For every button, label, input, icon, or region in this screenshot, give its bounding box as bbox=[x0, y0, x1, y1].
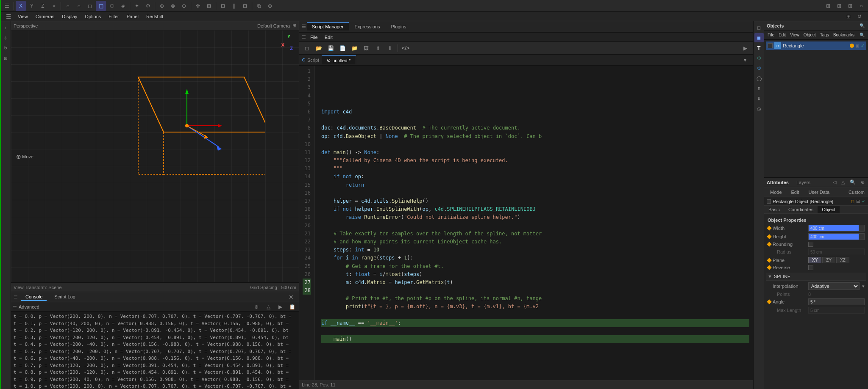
script-open[interactable]: 📂 bbox=[314, 43, 324, 53]
tool-right-2[interactable]: ⊞ bbox=[834, 1, 844, 11]
rsb-fx[interactable]: ⚙ bbox=[754, 63, 764, 73]
rsb-cam[interactable]: ⬇ bbox=[754, 94, 764, 103]
code-editor[interactable]: 12345 678910 1112131415 1617181920 21222… bbox=[299, 66, 753, 380]
script-import[interactable]: ⬇ bbox=[385, 43, 395, 53]
tool-6[interactable]: ◈ bbox=[118, 1, 128, 11]
rsb-scene[interactable]: ◯ bbox=[754, 74, 764, 83]
script-exec[interactable]: ▶ bbox=[740, 43, 750, 53]
transform-icon[interactable]: ⌖ bbox=[49, 1, 59, 11]
tool-snap-3[interactable]: ⊙ bbox=[179, 1, 189, 11]
hamburger-menu[interactable]: ☰ bbox=[3, 11, 14, 22]
tool-right-3[interactable]: ⊞ bbox=[845, 1, 855, 11]
tool-7[interactable]: ✦ bbox=[132, 1, 142, 11]
axis-x-btn[interactable]: X bbox=[16, 1, 26, 11]
sm-tab-expressions[interactable]: Expressions bbox=[350, 23, 385, 30]
attrs-custom-btn[interactable]: Custom bbox=[847, 189, 866, 195]
rsb-text[interactable]: T bbox=[754, 43, 764, 52]
menu-display[interactable]: Display bbox=[58, 13, 81, 20]
tool-1[interactable]: ○ bbox=[63, 1, 73, 11]
script-img[interactable]: 🖼 bbox=[361, 43, 371, 53]
script-saveas[interactable]: 📁 bbox=[349, 43, 359, 53]
refresh-icon[interactable]: ↺ bbox=[854, 11, 865, 22]
tool-render-1[interactable]: ⊡ bbox=[218, 1, 228, 11]
sm-tab-plugins[interactable]: Plugins bbox=[386, 23, 412, 30]
obj-checkbox[interactable] bbox=[768, 43, 773, 48]
menu-view[interactable]: View bbox=[14, 13, 31, 20]
tool-right-4[interactable]: ○ bbox=[856, 1, 866, 11]
attrs-tab-object[interactable]: Object bbox=[818, 206, 840, 213]
plane-zy[interactable]: ZY bbox=[822, 257, 835, 263]
rsb-time[interactable]: ◷ bbox=[754, 104, 764, 113]
prop-rounding-checkbox[interactable] bbox=[808, 242, 813, 247]
obj-menu-bookmarks[interactable]: Bookmarks bbox=[832, 32, 856, 38]
script-export[interactable]: ⬆ bbox=[373, 43, 383, 53]
app-menu-btn[interactable]: ☰ bbox=[2, 1, 12, 11]
tool-anim-1[interactable]: ✜ bbox=[193, 1, 203, 11]
tool-4[interactable]: ◫ bbox=[96, 1, 106, 11]
script-save-copy[interactable]: 📄 bbox=[337, 43, 348, 53]
lsb-move[interactable]: ↕ bbox=[1, 23, 10, 32]
script-save[interactable]: 💾 bbox=[326, 43, 336, 53]
obj-menu-edit[interactable]: Edit bbox=[777, 32, 787, 38]
menu-filter[interactable]: Filter bbox=[105, 13, 122, 20]
axis-y-btn[interactable]: Y bbox=[27, 1, 37, 11]
rsb-layer[interactable]: ⬆ bbox=[754, 84, 764, 93]
menu-cameras[interactable]: Cameras bbox=[32, 13, 58, 20]
script-file-tab-untitled[interactable]: ⊙ untitled * bbox=[322, 55, 356, 64]
obj-icon-search[interactable]: 🔍 bbox=[859, 22, 865, 29]
console-close-btn[interactable]: ✕ bbox=[286, 292, 296, 302]
script-edit-menu[interactable]: Edit bbox=[322, 34, 335, 40]
attrs-sub-edit[interactable]: Edit bbox=[787, 189, 804, 196]
attrs-search-btn[interactable]: 🔍 bbox=[849, 179, 857, 185]
tool-3[interactable]: ◻ bbox=[85, 1, 95, 11]
console-copy-btn[interactable]: 📋 bbox=[287, 302, 297, 312]
attrs-sub-userdata[interactable]: User Data bbox=[804, 189, 834, 196]
script-file-menu[interactable]: File bbox=[308, 34, 320, 40]
tool-snap-2[interactable]: ⊗ bbox=[168, 1, 178, 11]
code-content[interactable]: import c4d doc: c4d.documents.BaseDocume… bbox=[314, 66, 753, 380]
attrs-back-btn[interactable]: ◁ bbox=[832, 179, 837, 185]
console-run-btn[interactable]: ▶ bbox=[275, 302, 285, 312]
menu-redshift[interactable]: Redshift bbox=[143, 13, 167, 20]
tool-anim-2[interactable]: ⊞ bbox=[204, 1, 214, 11]
menu-panel[interactable]: Panel bbox=[123, 13, 142, 20]
tool-snap-1[interactable]: ⊕ bbox=[157, 1, 167, 11]
attrs-sub-mode[interactable]: Mode bbox=[766, 189, 786, 196]
rsb-render[interactable]: ◼ bbox=[754, 33, 764, 42]
console-clear-btn[interactable]: ⊗ bbox=[251, 302, 262, 312]
obj-menu-file[interactable]: File bbox=[766, 32, 776, 38]
object-row-rectangle[interactable]: R Rectangle ⊞ ✓ bbox=[766, 41, 866, 50]
tool-misc-2[interactable]: ⊕ bbox=[265, 1, 275, 11]
tool-8[interactable]: ⚙ bbox=[143, 1, 153, 11]
console-content[interactable]: t = 0.0, p = Vector(200, 200, 0), n = Ve… bbox=[11, 312, 299, 389]
script-run[interactable]: </> bbox=[401, 43, 411, 53]
tool-right-1[interactable]: ⊞ bbox=[823, 1, 833, 11]
lsb-rotate[interactable]: ↻ bbox=[1, 43, 10, 52]
sm-tab-script[interactable]: Script Manager bbox=[307, 22, 349, 30]
axis-z-btn[interactable]: Z bbox=[38, 1, 48, 11]
console-tab-scriptlog[interactable]: Script Log bbox=[50, 293, 80, 301]
script-new[interactable]: ◻ bbox=[302, 43, 312, 53]
script-tab-options[interactable]: ▾ bbox=[740, 55, 750, 65]
rsb-anim[interactable]: ⚙ bbox=[754, 53, 764, 63]
attrs-tab-basic[interactable]: Basic bbox=[764, 206, 784, 213]
lsb-select[interactable]: ⊹ bbox=[1, 33, 10, 42]
attrs-obj-checkbox[interactable] bbox=[767, 199, 771, 204]
attrs-pin-btn[interactable]: ⊕ bbox=[860, 179, 865, 185]
tool-5[interactable]: ⬡ bbox=[107, 1, 117, 11]
viewport-canvas[interactable]: Y X Z bbox=[11, 30, 299, 282]
console-tab-console[interactable]: Console bbox=[21, 293, 47, 301]
lsb-scale[interactable]: ⊞ bbox=[1, 53, 10, 63]
rsb-object[interactable]: ◻ bbox=[754, 23, 764, 32]
prop-interpolation-select[interactable]: Adaptive bbox=[808, 282, 860, 290]
console-filter-btn[interactable]: △ bbox=[263, 302, 273, 312]
tool-render-3[interactable]: ⊟ bbox=[240, 1, 250, 11]
attrs-tab-coords[interactable]: Coordinates bbox=[784, 206, 818, 213]
obj-menu-tags[interactable]: Tags bbox=[818, 32, 831, 38]
split-icon[interactable]: ⊞ bbox=[843, 11, 854, 22]
obj-menu-view[interactable]: View bbox=[788, 32, 801, 38]
plane-xy[interactable]: XY bbox=[808, 257, 821, 263]
obj-menu-object[interactable]: Object bbox=[802, 32, 818, 38]
plane-xz[interactable]: XZ bbox=[836, 257, 849, 263]
menu-options[interactable]: Options bbox=[81, 13, 104, 20]
